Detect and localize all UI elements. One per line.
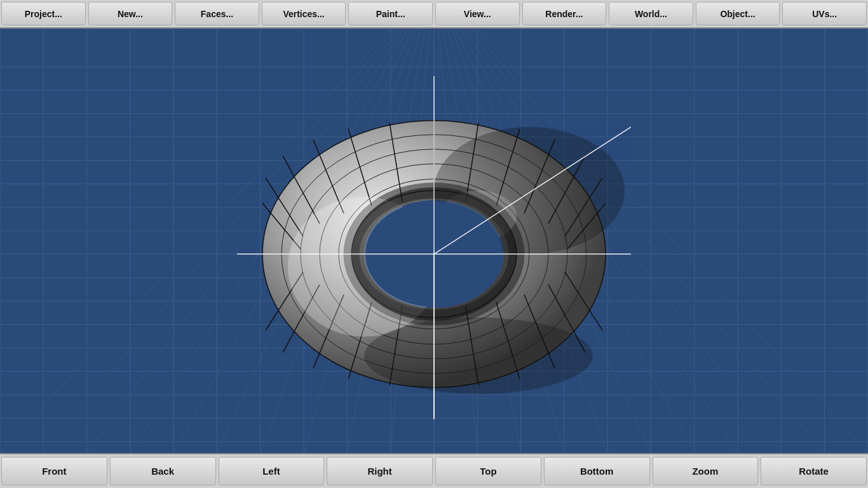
front-button[interactable]: Front bbox=[1, 457, 107, 485]
faces-button[interactable]: Faces... bbox=[175, 2, 259, 25]
top-button[interactable]: Top bbox=[435, 457, 541, 485]
zoom-button[interactable]: Zoom bbox=[653, 457, 759, 485]
viewport bbox=[0, 29, 868, 453]
right-button[interactable]: Right bbox=[327, 457, 433, 485]
bottom-button[interactable]: Bottom bbox=[544, 457, 650, 485]
project-button[interactable]: Project... bbox=[1, 2, 86, 25]
object-button[interactable]: Object... bbox=[696, 2, 780, 25]
vertices-button[interactable]: Vertices... bbox=[262, 2, 346, 25]
new-button[interactable]: New... bbox=[88, 2, 173, 25]
back-button[interactable]: Back bbox=[110, 457, 216, 485]
bottom-toolbar: FrontBackLeftRightTopBottomZoomRotate bbox=[0, 453, 868, 488]
render-button[interactable]: Render... bbox=[522, 2, 607, 25]
rotate-button[interactable]: Rotate bbox=[761, 457, 867, 485]
top-toolbar: Project...New...Faces...Vertices...Paint… bbox=[0, 0, 868, 29]
svg-point-35 bbox=[364, 318, 593, 394]
view-button[interactable]: View... bbox=[435, 2, 520, 25]
paint-button[interactable]: Paint... bbox=[348, 2, 433, 25]
torus-container bbox=[237, 76, 631, 419]
left-button[interactable]: Left bbox=[219, 457, 325, 485]
world-button[interactable]: World... bbox=[609, 2, 693, 25]
uvs-button[interactable]: UVs... bbox=[782, 2, 867, 25]
